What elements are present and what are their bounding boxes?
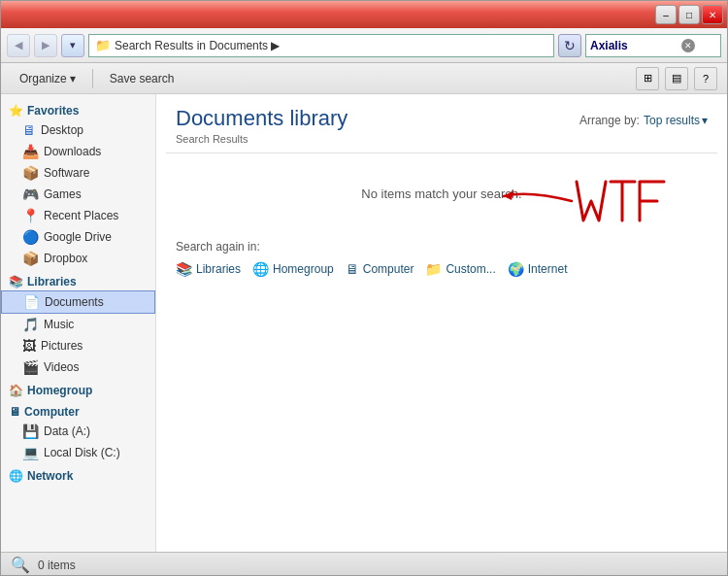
search-link-homegroup[interactable]: 🌐 Homegroup (252, 261, 334, 277)
recent-places-icon: 📍 (22, 208, 39, 223)
content-area: Documents library Search Results Arrange… (156, 94, 727, 552)
content-header: Documents library Search Results Arrange… (156, 94, 727, 149)
music-icon: 🎵 (22, 317, 39, 332)
custom-link-icon: 📁 (425, 261, 442, 277)
videos-label: Videos (44, 360, 79, 374)
organize-button[interactable]: Organize ▾ (11, 68, 84, 89)
favorites-header[interactable]: ⭐ Favorites (1, 98, 155, 119)
arrange-by: Arrange by: Top results ▾ (579, 114, 708, 127)
libraries-header[interactable]: 📚 Libraries (1, 269, 155, 290)
search-link-custom[interactable]: 📁 Custom... (425, 261, 495, 277)
maximize-button[interactable]: □ (678, 5, 700, 24)
status-search-icon: 🔍 (11, 556, 30, 574)
toolbar-divider (92, 69, 93, 88)
search-link-libraries[interactable]: 📚 Libraries (176, 261, 241, 277)
dropbox-label: Dropbox (44, 252, 87, 265)
desktop-label: Desktop (41, 123, 83, 137)
videos-icon: 🎬 (22, 359, 39, 375)
libraries-link-label: Libraries (196, 262, 241, 276)
search-box[interactable]: ✕ (585, 34, 721, 57)
documents-icon: 📄 (23, 294, 40, 310)
documents-label: Documents (45, 295, 104, 309)
homegroup-header[interactable]: 🏠 Homegroup (1, 378, 155, 399)
favorites-star-icon: ⭐ (9, 104, 23, 118)
dropdown-button[interactable]: ▾ (61, 34, 84, 57)
minimize-button[interactable]: – (655, 5, 677, 24)
address-field[interactable]: 📁 Search Results in Documents ▶ (88, 34, 554, 57)
homegroup-link-label: Homegroup (273, 262, 334, 276)
homegroup-icon: 🏠 (9, 384, 23, 397)
sidebar-item-videos[interactable]: 🎬 Videos (1, 356, 155, 378)
main-layout: ⭐ Favorites 🖥 Desktop 📥 Downloads 📦 Soft… (1, 94, 727, 552)
computer-link-icon: 🖥 (346, 261, 359, 277)
desktop-icon: 🖥 (22, 122, 36, 138)
libraries-link-icon: 📚 (176, 261, 192, 277)
search-link-internet[interactable]: 🌍 Internet (508, 261, 568, 277)
no-results-area: No items match your search. (156, 157, 727, 230)
sidebar-item-local-disk[interactable]: 💻 Local Disk (C:) (1, 442, 155, 463)
sidebar-item-data-a[interactable]: 💾 Data (A:) (1, 421, 155, 442)
local-disk-icon: 💻 (22, 445, 39, 460)
forward-button[interactable]: ▶ (34, 34, 57, 57)
sidebar-item-desktop[interactable]: 🖥 Desktop (1, 119, 155, 141)
arrange-by-label: Arrange by: (579, 114, 640, 127)
libraries-icon: 📚 (9, 275, 23, 288)
sidebar-item-documents[interactable]: 📄 Documents (1, 290, 155, 314)
software-label: Software (44, 166, 89, 180)
google-drive-label: Google Drive (44, 230, 112, 244)
save-search-label: Save search (110, 72, 175, 85)
games-icon: 🎮 (22, 186, 39, 202)
homegroup-label: Homegroup (27, 384, 92, 397)
save-search-button[interactable]: Save search (101, 68, 183, 89)
custom-link-label: Custom... (446, 262, 495, 276)
library-title: Documents library (176, 106, 347, 131)
window-controls: – □ ✕ (655, 5, 723, 24)
computer-link-label: Computer (363, 262, 414, 276)
search-input[interactable] (590, 39, 678, 52)
sidebar-item-music[interactable]: 🎵 Music (1, 314, 155, 335)
sidebar-item-google-drive[interactable]: 🔵 Google Drive (1, 226, 155, 248)
help-button[interactable]: ? (694, 67, 717, 90)
sidebar-item-downloads[interactable]: 📥 Downloads (1, 141, 155, 162)
computer-header[interactable]: 🖥 Computer (1, 399, 155, 421)
libraries-label: Libraries (27, 275, 77, 288)
arrange-by-arrow-icon: ▾ (702, 114, 708, 127)
content-divider (166, 152, 717, 153)
clear-search-button[interactable]: ✕ (681, 39, 695, 52)
address-bar: ◀ ▶ ▾ 📁 Search Results in Documents ▶ ↻ … (1, 28, 727, 63)
games-label: Games (44, 187, 82, 201)
sidebar-item-games[interactable]: 🎮 Games (1, 184, 155, 205)
close-button[interactable]: ✕ (702, 5, 723, 24)
arrange-by-link[interactable]: Top results ▾ (644, 114, 708, 127)
sidebar: ⭐ Favorites 🖥 Desktop 📥 Downloads 📦 Soft… (1, 94, 156, 552)
music-label: Music (44, 318, 74, 331)
search-link-computer[interactable]: 🖥 Computer (346, 261, 414, 277)
google-drive-icon: 🔵 (22, 229, 39, 245)
title-bar: – □ ✕ (1, 1, 727, 28)
refresh-button[interactable]: ↻ (558, 34, 581, 57)
back-button[interactable]: ◀ (7, 34, 30, 57)
homegroup-link-icon: 🌐 (252, 261, 269, 277)
sidebar-item-dropbox[interactable]: 📦 Dropbox (1, 248, 155, 269)
internet-link-icon: 🌍 (508, 261, 524, 277)
network-icon: 🌐 (9, 469, 23, 483)
search-links: 📚 Libraries 🌐 Homegroup 🖥 Computer 📁 Cus… (176, 261, 708, 277)
organize-label: Organize (19, 72, 67, 85)
sidebar-item-recent-places[interactable]: 📍 Recent Places (1, 205, 155, 226)
computer-icon: 🖥 (9, 405, 20, 419)
network-header[interactable]: 🌐 Network (1, 463, 155, 485)
downloads-icon: 📥 (22, 144, 39, 159)
layout-icon-button[interactable]: ▤ (665, 67, 688, 90)
sidebar-item-pictures[interactable]: 🖼 Pictures (1, 335, 155, 356)
library-info: Documents library Search Results (176, 106, 347, 145)
view-icon-button[interactable]: ⊞ (636, 67, 659, 90)
local-disk-label: Local Disk (C:) (44, 446, 120, 459)
pictures-icon: 🖼 (22, 338, 36, 354)
recent-places-label: Recent Places (44, 209, 118, 222)
internet-link-label: Internet (528, 262, 568, 276)
pictures-label: Pictures (41, 339, 83, 353)
status-bar: 🔍 0 items (1, 552, 727, 576)
sidebar-item-software[interactable]: 📦 Software (1, 162, 155, 184)
dropbox-icon: 📦 (22, 251, 39, 266)
address-text: Search Results in Documents ▶ (115, 39, 280, 52)
